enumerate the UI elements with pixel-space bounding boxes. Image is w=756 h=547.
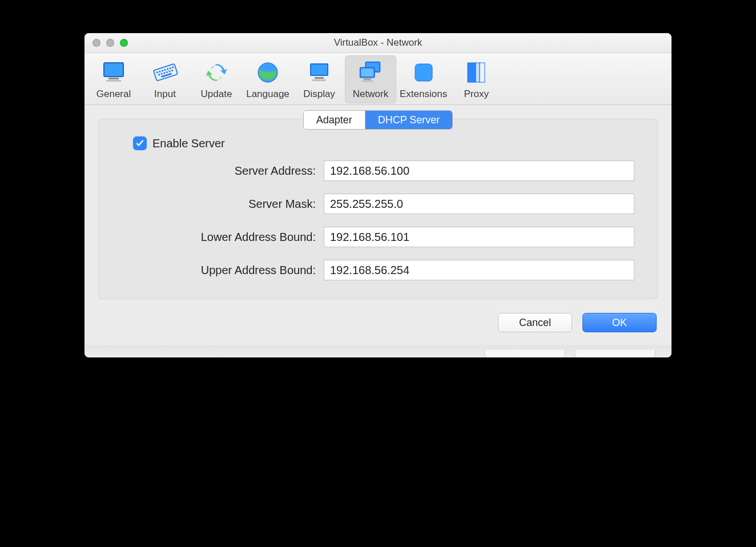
tab-label: Adapter xyxy=(316,114,352,126)
svg-rect-23 xyxy=(315,77,324,79)
extensions-icon xyxy=(410,59,437,86)
svg-rect-33 xyxy=(476,63,480,82)
svg-rect-34 xyxy=(480,63,485,82)
toolbar-item-proxy[interactable]: Proxy xyxy=(451,55,502,103)
dhcp-form: Enable Server Server Address: Server Mas… xyxy=(99,136,657,280)
server-address-label: Server Address: xyxy=(133,164,316,178)
upper-bound-input[interactable] xyxy=(324,260,634,280)
network-icon xyxy=(357,59,384,86)
lower-bound-label: Lower Address Bound: xyxy=(133,231,316,244)
toolbar-label: Display xyxy=(303,89,335,100)
svg-rect-22 xyxy=(311,65,327,75)
keyboard-icon xyxy=(151,59,179,86)
svg-rect-24 xyxy=(312,79,326,81)
tab-dhcp-server[interactable]: DHCP Server xyxy=(365,111,453,129)
content-area: Adapter DHCP Server Enable Server xyxy=(85,105,671,301)
enable-server-checkbox[interactable] xyxy=(133,136,147,150)
svg-rect-0 xyxy=(104,63,123,77)
button-label: OK xyxy=(612,317,627,328)
titlebar: VirtualBox - Network xyxy=(85,33,671,53)
toolbar-label: Network xyxy=(353,89,388,100)
toolbar-item-display[interactable]: Display xyxy=(293,55,345,103)
upper-bound-label: Upper Address Bound: xyxy=(133,264,316,277)
svg-rect-27 xyxy=(361,69,373,76)
toolbar-label: Proxy xyxy=(464,89,488,100)
svg-rect-32 xyxy=(468,63,476,82)
toolbar-item-language[interactable]: Language xyxy=(242,55,293,103)
svg-rect-30 xyxy=(415,64,432,81)
check-icon xyxy=(135,139,144,148)
svg-rect-28 xyxy=(364,79,371,80)
window-title: VirtualBox - Network xyxy=(85,37,671,49)
proxy-icon xyxy=(463,59,490,86)
toolbar-item-input[interactable]: Input xyxy=(139,55,191,103)
toolbar-label: Language xyxy=(246,89,289,100)
background-button-ghost xyxy=(484,350,565,357)
toolbar-label: Input xyxy=(154,89,176,100)
server-mask-label: Server Mask: xyxy=(133,198,316,211)
toolbar-label: General xyxy=(96,89,131,100)
svg-rect-3 xyxy=(106,80,121,82)
sheet-background-peek xyxy=(85,345,671,357)
dhcp-panel: Adapter DHCP Server Enable Server xyxy=(98,119,658,299)
lower-bound-input[interactable] xyxy=(324,227,634,247)
display-icon xyxy=(305,59,333,86)
tab-adapter[interactable]: Adapter xyxy=(304,111,365,129)
toolbar-item-extensions[interactable]: Extensions xyxy=(396,55,451,103)
monitor-icon xyxy=(100,59,127,86)
cancel-button[interactable]: Cancel xyxy=(498,313,572,332)
button-label: Cancel xyxy=(519,317,551,328)
ok-button[interactable]: OK xyxy=(582,313,657,332)
svg-rect-29 xyxy=(362,80,373,82)
dialog-footer: Cancel OK xyxy=(85,301,671,345)
toolbar-item-general[interactable]: General xyxy=(88,55,139,103)
toolbar-label: Extensions xyxy=(400,89,447,100)
refresh-icon xyxy=(203,59,230,86)
server-mask-input[interactable] xyxy=(324,194,634,214)
tab-label: DHCP Server xyxy=(378,114,440,126)
server-address-input[interactable] xyxy=(324,160,634,181)
toolbar-item-network[interactable]: Network xyxy=(345,55,396,103)
svg-rect-2 xyxy=(108,78,119,79)
tab-group: Adapter DHCP Server xyxy=(99,110,657,130)
toolbar-label: Update xyxy=(201,89,232,100)
preferences-window: VirtualBox - Network General xyxy=(85,33,671,357)
background-button-ghost xyxy=(574,350,656,357)
preferences-toolbar: General Input xyxy=(85,53,671,105)
toolbar-item-update[interactable]: Update xyxy=(191,55,242,103)
enable-server-label: Enable Server xyxy=(152,137,225,150)
globe-icon xyxy=(254,59,282,86)
